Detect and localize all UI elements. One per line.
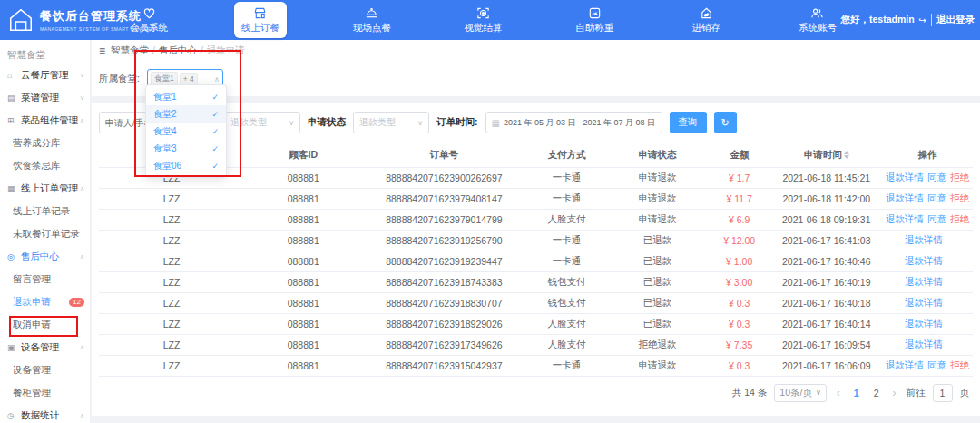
member-heart-icon — [142, 6, 156, 20]
goto-suffix: 页 — [960, 387, 970, 399]
canteen-option-4[interactable]: 食堂4 ✓ — [146, 123, 226, 140]
table-row: LZZ 088881 8888842071623918830707 钱包支付 已… — [99, 292, 973, 313]
table-row: LZZ 088881 8888842071623919239447 一卡通 已退… — [99, 251, 973, 271]
canteen-option-2[interactable]: 食堂2 ✓ — [146, 105, 226, 123]
top-navigation-bar: 餐饮后台管理系统 MANAGEMENT SYSTEM OF SMART CANT… — [0, 0, 980, 40]
device-icon: ▣ — [7, 343, 18, 352]
nav-system-account[interactable]: 系统账号 — [791, 2, 844, 38]
agree-link[interactable]: 同意 — [927, 213, 946, 224]
col-customer-id: 顾客ID — [244, 143, 362, 167]
table-header-row: 顾客ID 订单号 支付方式 申请状态 金额 申请时间 操作 — [99, 143, 973, 167]
refund-detail-link[interactable]: 退款详情 — [905, 255, 943, 266]
sidebar-item-message-mgmt[interactable]: 留言管理 — [0, 268, 90, 290]
sidebar-item-data-statistics[interactable]: ◷ 数据统计 ∧ — [0, 404, 90, 423]
nav-online-ordering[interactable]: 线上订餐 — [234, 2, 287, 38]
sidebar-item-online-order-records[interactable]: 线上订单记录 — [0, 200, 90, 222]
refund-detail-link[interactable]: 退款详情 — [886, 192, 924, 203]
sidebar-item-aftersales-center[interactable]: ◎ 售后中心 ∧ — [0, 245, 90, 268]
table-row: LZZ 088881 8888842071623917349626 人脸支付 拒… — [99, 334, 973, 355]
pagination: 共 14 条 10条/页 ∨ ‹ 1 2 › 前往 页 — [99, 377, 973, 411]
agree-link[interactable]: 同意 — [927, 172, 946, 182]
sidebar: 智慧食堂 ⌂ 云餐厅管理 ∨ ▤ 菜谱管理 ∨ ⊞ 菜品组件管理 ∧ 营养成分库… — [0, 40, 91, 423]
nav-inventory[interactable]: 进销存 — [680, 2, 732, 38]
sidebar-item-unpicked-order-records[interactable]: 未取餐订单记录 — [0, 222, 90, 245]
refund-detail-link[interactable]: 退款详情 — [905, 297, 943, 308]
reject-link[interactable]: 拒绝 — [950, 359, 969, 370]
refund-type-select[interactable]: 退款类型 ∨ — [224, 112, 300, 133]
table-row: LZZ 088881 8888842071623919256790 一卡通 已退… — [99, 230, 973, 251]
canteen-option-1[interactable]: 食堂1 ✓ — [146, 88, 226, 105]
reject-link[interactable]: 拒绝 — [950, 213, 969, 224]
check-icon: ✓ — [211, 127, 219, 136]
nav-self-weighing[interactable]: 自助称重 — [568, 2, 621, 38]
breadcrumb-home[interactable]: 智慧食堂 — [111, 44, 149, 57]
top-nav-items: 会员系统 线上订餐 现场点餐 视觉结算 自助称重 进销存 系统账号 — [122, 0, 844, 40]
page-number-2[interactable]: 2 — [870, 388, 883, 398]
nav-vision-checkout[interactable]: 视觉结算 — [456, 2, 509, 38]
refund-detail-link[interactable]: 退款详情 — [905, 318, 943, 329]
sidebar-item-online-order-mgmt[interactable]: ▦ 线上订单管理 ∧ — [0, 177, 90, 200]
canteen-option-3[interactable]: 食堂3 ✓ — [146, 140, 226, 157]
sidebar-item-menu-mgmt[interactable]: ▤ 菜谱管理 ∨ — [0, 86, 90, 109]
check-icon: ✓ — [211, 93, 219, 102]
order-time-label: 订单时间: — [436, 116, 478, 129]
sort-icon[interactable] — [844, 151, 849, 159]
col-time[interactable]: 申请时间 — [771, 143, 882, 167]
sidebar-item-device-mgmt[interactable]: 设备管理 — [0, 359, 90, 381]
sidebar-item-nutrition-library[interactable]: 营养成分库 — [0, 132, 90, 154]
dine-in-icon — [365, 6, 378, 20]
goto-page-input[interactable] — [933, 384, 953, 402]
logout-button[interactable]: 退出登录 — [936, 14, 975, 26]
table-row: LZZ 088881 8888842071623900262697 一卡通 申请… — [99, 167, 973, 188]
prev-page-button[interactable]: ‹ — [834, 387, 843, 399]
agree-link[interactable]: 同意 — [927, 192, 946, 203]
inventory-icon — [700, 6, 713, 20]
sidebar-item-cabinet-mgmt[interactable]: 餐柜管理 — [0, 381, 90, 404]
refund-detail-link[interactable]: 退款详情 — [886, 213, 924, 224]
chevron-down-icon: ∨ — [289, 119, 294, 127]
menu-book-icon: ▤ — [7, 93, 18, 103]
components-icon: ⊞ — [7, 116, 18, 125]
reject-link[interactable]: 拒绝 — [950, 192, 969, 203]
status-select[interactable]: 退款类型 ∨ — [353, 112, 429, 133]
check-icon: ✓ — [211, 162, 219, 171]
agree-link[interactable]: 同意 — [927, 359, 946, 370]
sidebar-item-cancel-requests[interactable]: 取消申请 — [0, 313, 90, 336]
refund-table: 顾客ID 订单号 支付方式 申请状态 金额 申请时间 操作 LZZ 088881… — [99, 143, 973, 377]
search-button[interactable]: 查询 — [670, 112, 707, 133]
nav-item-label: 现场点餐 — [353, 22, 391, 34]
col-order-no: 订单号 — [362, 143, 525, 167]
page-number-1[interactable]: 1 — [850, 388, 863, 398]
refund-detail-link[interactable]: 退款详情 — [905, 234, 943, 245]
refresh-button[interactable]: ↻ — [714, 112, 737, 133]
calendar-icon: ▦ — [492, 118, 500, 128]
reject-link[interactable]: 拒绝 — [950, 172, 969, 182]
nav-item-label: 视觉结算 — [464, 22, 502, 34]
sidebar-item-cloud-restaurant[interactable]: ⌂ 云餐厅管理 ∨ — [0, 64, 90, 86]
breadcrumb-aftersales[interactable]: 售后中心 — [159, 44, 197, 57]
refund-detail-link[interactable]: 退款详情 — [886, 172, 924, 182]
goto-label: 前往 — [906, 387, 926, 399]
status-filter-label: 申请状态 — [308, 116, 346, 129]
more-canteens-tag: + 4 — [180, 73, 198, 85]
sidebar-item-device-mgmt-group[interactable]: ▣ 设备管理 ∧ — [0, 336, 90, 359]
check-icon: ✓ — [211, 110, 219, 119]
sidebar-collapse-icon[interactable]: ≡ — [99, 44, 105, 57]
date-range-value: 2021 年 05 月 03 日 - 2021 年 07 月 08 日 — [504, 117, 655, 129]
refund-detail-link[interactable]: 退款详情 — [886, 359, 924, 370]
nav-member-system[interactable]: 会员系统 — [122, 2, 175, 38]
col-amount: 金额 — [708, 143, 771, 167]
chevron-up-icon: ∧ — [214, 75, 220, 84]
refund-detail-link[interactable]: 退款详情 — [905, 276, 943, 287]
nav-onsite-ordering[interactable]: 现场点餐 — [346, 2, 398, 38]
next-page-button[interactable]: › — [890, 387, 899, 399]
date-range-picker[interactable]: ▦ 2021 年 05 月 03 日 - 2021 年 07 月 08 日 — [485, 112, 662, 133]
sidebar-item-diet-taboo-library[interactable]: 饮食禁忌库 — [0, 154, 90, 177]
refund-detail-link[interactable]: 退款详情 — [905, 339, 943, 349]
sidebar-item-dish-components[interactable]: ⊞ 菜品组件管理 ∧ — [0, 109, 90, 132]
logout-arrow-icon: ↪ — [919, 15, 926, 25]
user-box: 您好，testadmin ↪ 退出登录 — [841, 0, 975, 40]
canteen-option-06[interactable]: 食堂06 ✓ — [146, 157, 226, 174]
page-size-select[interactable]: 10条/页 ∨ — [774, 384, 826, 402]
sidebar-item-refund-requests[interactable]: 退款申请 12 — [0, 290, 90, 313]
